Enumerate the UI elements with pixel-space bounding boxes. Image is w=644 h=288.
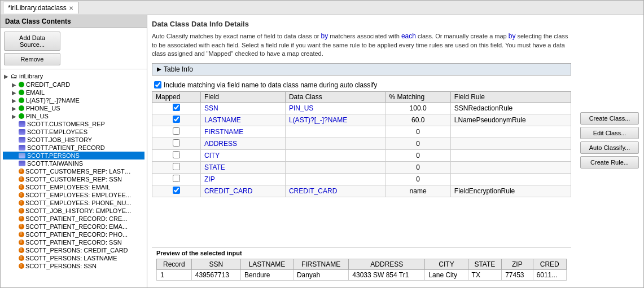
tree-arrow xyxy=(12,129,19,135)
tree-area: ▶ 🗂 iriLibrary ▶ CREDIT_CARD ▶ EMAIL xyxy=(1,69,147,287)
right-panel-title: Data Class Data Info Details xyxy=(152,20,571,28)
mapped-checkbox[interactable] xyxy=(173,163,180,170)
dataclass-cell xyxy=(285,173,385,185)
tree-label: SCOTT_JOB_HISTORY: EMPLOYE... xyxy=(25,207,131,214)
tree-arrow xyxy=(12,255,19,262)
tree-label: SCOTT_CUSTOMERS_REP: LASTN... xyxy=(25,168,133,175)
tree-arrow xyxy=(12,153,19,159)
preview-table: Record SSN LASTNAME FIRSTNAME ADDRESS CI… xyxy=(156,259,567,281)
mapped-checkbox[interactable] xyxy=(173,187,180,194)
db-icon xyxy=(19,161,25,166)
tree-item-SCOTT_PATIENT_RECORD_EMA[interactable]: SCOTT_PATIENT_RECORD: EMA... xyxy=(3,223,144,231)
mapped-checkbox[interactable] xyxy=(173,116,180,123)
preview-city: Lane City xyxy=(425,270,468,281)
auto-classify-button[interactable]: Auto Classify... xyxy=(580,141,639,154)
add-data-source-button[interactable]: Add Data Source... xyxy=(4,32,60,51)
tree-label: iriLibrary xyxy=(19,73,43,79)
tree-item-SCOTT_CUSTOMERS_REP[interactable]: SCOTT.CUSTOMERS_REP xyxy=(3,120,144,128)
tree-label: SCOTT_PERSONS: LASTNAME xyxy=(25,255,117,262)
pct-cell: 0 xyxy=(385,149,450,161)
mapped-checkbox[interactable] xyxy=(173,127,180,135)
tree-item-L_AST[interactable]: ▶ L(AST)?[_-]?NAME xyxy=(3,96,144,104)
tree-item-PIN_US[interactable]: ▶ PIN_US xyxy=(3,112,144,120)
remove-button[interactable]: Remove xyxy=(4,53,60,65)
tree-item-SCOTT_PATIENT_RECORD_CRE[interactable]: SCOTT_PATIENT_RECORD: CRE... xyxy=(3,215,144,223)
warning-icon xyxy=(19,176,24,182)
tree-item-SCOTT_CUSTOMERS_REP_LASTN[interactable]: SCOTT_CUSTOMERS_REP: LASTN... xyxy=(3,167,144,175)
tree-arrow: ▶ xyxy=(12,105,19,112)
right-panel: Data Class Data Info Details Auto Classi… xyxy=(147,15,643,287)
tree-item-PHONE_US[interactable]: ▶ PHONE_US xyxy=(3,104,144,112)
tree-label: SCOTT.JOB_HISTORY xyxy=(27,136,92,143)
tree-item-EMAIL[interactable]: ▶ EMAIL xyxy=(3,88,144,96)
green-icon xyxy=(19,98,24,103)
field-cell: ADDRESS xyxy=(200,138,285,149)
include-matching-checkbox[interactable] xyxy=(154,81,161,88)
description-text: Auto Classify matches by exact name of f… xyxy=(152,32,571,59)
tree-item-SCOTT_CUSTOMERS_REP_SSN[interactable]: SCOTT_CUSTOMERS_REP: SSN xyxy=(3,175,144,183)
tree-item-CREDIT_CARD[interactable]: ▶ CREDIT_CARD xyxy=(3,81,144,88)
tree-item-iriLibrary[interactable]: ▶ 🗂 iriLibrary xyxy=(3,72,144,81)
tree-label: SCOTT_CUSTOMERS_REP: SSN xyxy=(25,176,122,183)
tree-label: SCOTT_EMPLOYEES: EMAIL xyxy=(25,184,110,190)
mapped-checkbox[interactable] xyxy=(173,104,180,111)
field-cell: ZIP xyxy=(200,173,285,185)
dataclass-tab[interactable]: *iriLibrary.dataclass ✕ xyxy=(3,2,78,14)
main-content: Data Class Data Info Details Auto Classi… xyxy=(147,15,576,287)
warning-icon xyxy=(19,184,24,190)
tree-item-SCOTT_PATIENT_RECORD[interactable]: SCOTT.PATIENT_RECORD xyxy=(3,144,144,152)
table-info-section: ▶ Table Info xyxy=(152,63,571,76)
table-info-arrow: ▶ xyxy=(157,66,161,72)
mapped-checkbox[interactable] xyxy=(173,151,180,158)
tree-item-SCOTT_PERSONS[interactable]: SCOTT.PERSONS xyxy=(3,152,144,159)
tree-label: SCOTT_PERSONS: CREDIT_CARD xyxy=(25,247,128,254)
preview-col-zip: ZIP xyxy=(502,259,533,270)
tab-bar: *iriLibrary.dataclass ✕ xyxy=(1,1,643,15)
warning-icon xyxy=(19,247,24,253)
preview-col-lastname: LASTNAME xyxy=(241,259,293,270)
warning-icon xyxy=(19,216,24,221)
tree-item-SCOTT_PERSONS_SSN[interactable]: SCOTT_PERSONS: SSN xyxy=(3,262,144,270)
tree-item-SCOTT_PATIENT_RECORD_PHO[interactable]: SCOTT_PATIENT_RECORD: PHO... xyxy=(3,231,144,238)
dataclass-cell xyxy=(285,149,385,161)
tree-item-SCOTT_JOB_HISTORY_EMPLOYE[interactable]: SCOTT_JOB_HISTORY: EMPLOYE... xyxy=(3,207,144,215)
preview-col-city: CITY xyxy=(425,259,468,270)
pct-cell: 0 xyxy=(385,126,450,138)
warning-icon xyxy=(19,240,24,245)
data-table: Mapped Field Data Class % Matching Field… xyxy=(152,91,571,197)
dataclass-cell: CREDIT_CARD xyxy=(285,185,385,197)
table-info-header[interactable]: ▶ Table Info xyxy=(152,64,571,75)
mapped-checkbox[interactable] xyxy=(173,175,180,182)
tab-close-button[interactable]: ✕ xyxy=(69,5,73,11)
tree-item-SCOTT_EMPLOYEES_PHONE_NU[interactable]: SCOTT_EMPLOYEES: PHONE_NU... xyxy=(3,199,144,207)
preview-cred: 6011... xyxy=(533,270,566,281)
tree-label: L(AST)?[_-]?NAME xyxy=(26,97,80,104)
tree-label: EMAIL xyxy=(26,89,45,96)
edit-class-button[interactable]: Edit Class... xyxy=(580,127,639,139)
tree-arrow xyxy=(12,137,19,143)
fieldrule-cell: FieldEncryptionRule xyxy=(450,185,571,197)
tree-item-SCOTT_TAIWANINS[interactable]: SCOTT.TAIWANINS xyxy=(3,159,144,167)
preview-col-state: STATE xyxy=(468,259,502,270)
db-icon xyxy=(19,121,25,127)
create-class-button[interactable]: Create Class... xyxy=(580,112,639,125)
tree-item-SCOTT_EMPLOYEES_EMPLOYEE[interactable]: SCOTT_EMPLOYEES: EMPLOYEE... xyxy=(3,191,144,199)
table-row: LASTNAME L(AST)?[_-]?NAME 60.0 LNamePseu… xyxy=(152,114,571,126)
tree-arrow xyxy=(12,161,19,167)
mapped-checkbox[interactable] xyxy=(173,139,180,147)
db-icon xyxy=(19,153,25,158)
fieldrule-cell xyxy=(450,126,571,138)
dataclass-cell: L(AST)?[_-]?NAME xyxy=(285,114,385,126)
tree-arrow xyxy=(12,184,19,190)
tree-item-SCOTT_PATIENT_RECORD_SSN[interactable]: SCOTT_PATIENT_RECORD: SSN xyxy=(3,238,144,246)
tree-item-SCOTT_PERSONS_CREDIT_CARD[interactable]: SCOTT_PERSONS: CREDIT_CARD xyxy=(3,246,144,254)
tree-item-SCOTT_JOB_HISTORY[interactable]: SCOTT.JOB_HISTORY xyxy=(3,136,144,144)
tree-item-SCOTT_EMPLOYEES_EMAIL[interactable]: SCOTT_EMPLOYEES: EMAIL xyxy=(3,183,144,191)
preview-col-record: Record xyxy=(157,259,192,270)
tree-item-SCOTT_EMPLOYEES[interactable]: SCOTT.EMPLOYEES xyxy=(3,128,144,136)
table-row: STATE 0 xyxy=(152,161,571,173)
tree-label: SCOTT_PATIENT_RECORD: EMA... xyxy=(25,223,128,230)
create-rule-button[interactable]: Create Rule... xyxy=(580,156,639,169)
tree-item-SCOTT_PERSONS_LASTNAME[interactable]: SCOTT_PERSONS: LASTNAME xyxy=(3,254,144,262)
dataclass-cell xyxy=(285,126,385,138)
